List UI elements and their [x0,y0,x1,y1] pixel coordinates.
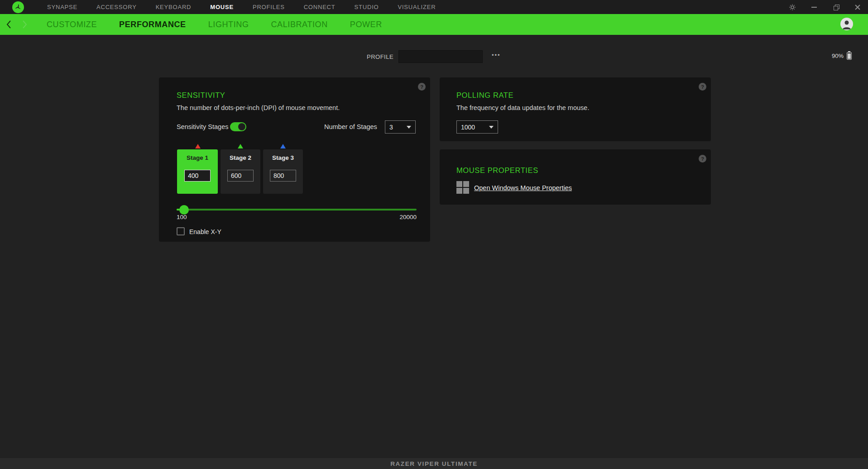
help-icon[interactable]: ? [418,83,426,91]
window-controls [788,0,862,14]
help-icon[interactable]: ? [699,83,706,91]
profile-name-input[interactable] [398,50,483,63]
sensitivity-panel: ? SENSITIVITY The number of dots-per-inc… [159,77,430,242]
mouse-properties-panel: ? MOUSE PROPERTIES Open Windows Mouse Pr… [440,149,711,205]
battery-status: 90% [832,52,852,60]
enable-xy-label: Enable X-Y [189,228,221,235]
menu-item-synapse[interactable]: SYNAPSE [47,4,77,10]
user-avatar[interactable] [840,18,853,30]
windows-logo-icon [456,181,470,194]
maximize-button[interactable] [832,3,840,11]
enable-xy-checkbox[interactable] [177,227,185,235]
minimize-button[interactable] [810,3,818,11]
tab-performance[interactable]: PERFORMANCE [119,20,186,29]
minimize-icon [811,7,817,8]
chevron-left-icon [6,20,11,29]
help-icon[interactable]: ? [699,155,706,163]
battery-icon [847,52,852,60]
dpi-slider-knob[interactable] [179,205,189,215]
stage2-name: Stage 2 [230,154,251,161]
stage3-dpi-input[interactable] [270,170,296,182]
polling-rate-title: POLLING RATE [456,91,513,100]
sensitivity-title: SENSITIVITY [177,91,225,100]
number-of-stages-dropdown[interactable]: 3 [385,120,416,134]
battery-percent: 90% [832,53,844,59]
person-icon [840,18,853,30]
mouse-properties-row: Open Windows Mouse Properties [456,181,572,194]
polling-rate-description: The frequency of data updates for the mo… [456,104,589,111]
chevron-right-icon [22,20,28,29]
dpi-slider-track[interactable] [177,209,417,211]
dpi-slider-min-label: 100 [177,214,187,220]
back-button[interactable] [3,14,14,35]
tab-power[interactable]: POWER [350,20,382,29]
tab-calibration[interactable]: CALIBRATION [271,20,328,29]
razer-triskelion-icon [14,3,22,11]
stage1-marker-icon [195,144,201,148]
menu-item-visualizer[interactable]: VISUALIZER [398,4,436,10]
number-of-stages-value: 3 [389,124,393,131]
razer-logo-icon[interactable] [12,1,24,13]
chevron-down-icon [407,126,411,129]
settings-gear-icon[interactable] [788,3,796,11]
mouse-properties-title: MOUSE PROPERTIES [456,166,538,175]
polling-rate-value: 1000 [461,124,475,131]
synapse-window: SYNAPSE ACCESSORY KEYBOARD MOUSE PROFILE… [0,0,868,469]
tab-lighting[interactable]: LIGHTING [208,20,249,29]
stage1-name: Stage 1 [187,154,208,161]
close-icon [855,5,860,10]
stage2-card[interactable]: Stage 2 [221,149,260,194]
device-navbar: CUSTOMIZE PERFORMANCE LIGHTING CALIBRATI… [0,14,868,35]
gear-icon [789,4,796,11]
sensitivity-description: The number of dots-per-inch (DPI) of mou… [177,104,340,111]
restore-icon [834,5,839,10]
profile-label: PROFILE [367,53,393,60]
open-windows-mouse-properties-link[interactable]: Open Windows Mouse Properties [474,184,572,191]
polling-rate-panel: ? POLLING RATE The frequency of data upd… [440,77,711,141]
stage2-dpi-input[interactable] [227,170,254,182]
stage1-card[interactable]: Stage 1 [177,149,218,194]
toggle-knob [238,123,245,130]
chevron-down-icon [489,126,494,129]
device-tabs: CUSTOMIZE PERFORMANCE LIGHTING CALIBRATI… [47,14,382,35]
battery-fill [848,53,851,59]
device-name: RAZER VIPER ULTIMATE [390,460,478,467]
menu-item-accessory[interactable]: ACCESSORY [96,4,137,10]
stage3-card[interactable]: Stage 3 [263,149,303,194]
stage3-name: Stage 3 [272,154,294,161]
sensitivity-stages-label: Sensitivity Stages [177,123,228,130]
statusbar: RAZER VIPER ULTIMATE [0,458,868,469]
menu-item-profiles[interactable]: PROFILES [253,4,285,10]
forward-button[interactable] [19,14,31,35]
dpi-slider-max-label: 20000 [399,214,417,220]
profile-more-button[interactable]: ••• [492,52,501,58]
polling-rate-dropdown[interactable]: 1000 [456,120,498,134]
menu-item-connect[interactable]: CONNECT [304,4,336,10]
close-button[interactable] [854,3,862,11]
number-of-stages-label: Number of Stages [324,123,377,130]
app-menu: SYNAPSE ACCESSORY KEYBOARD MOUSE PROFILE… [47,0,436,14]
menu-item-mouse[interactable]: MOUSE [210,4,234,10]
stage2-marker-icon [238,144,243,148]
menu-item-keyboard[interactable]: KEYBOARD [156,4,192,10]
menu-item-studio[interactable]: STUDIO [355,4,379,10]
titlebar: SYNAPSE ACCESSORY KEYBOARD MOUSE PROFILE… [0,0,868,14]
stage3-marker-icon [280,144,286,148]
stage1-dpi-input[interactable] [184,170,211,182]
tab-customize[interactable]: CUSTOMIZE [47,20,97,29]
sensitivity-stages-toggle[interactable] [230,122,246,131]
